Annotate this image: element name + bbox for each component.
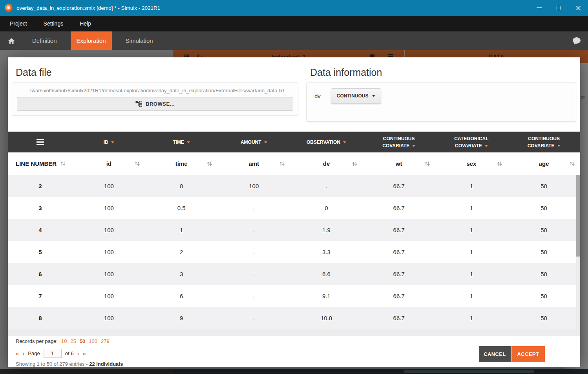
sort-header-amt[interactable]: amt [217, 152, 290, 175]
page-label: Page [28, 350, 40, 356]
table-cell: 66.7 [363, 293, 435, 299]
line-number-cell: 5 [8, 249, 73, 255]
column-type-label: ID [104, 139, 108, 145]
table-cell: 50 [508, 183, 580, 189]
table-cell: 100 [73, 293, 145, 299]
column-type-amount[interactable]: AMOUNT [217, 132, 290, 152]
table-cell: 100 [73, 227, 145, 233]
browse-button[interactable]: BROWSE... [17, 97, 293, 111]
records-option-10[interactable]: 10 [61, 338, 67, 344]
menu-help[interactable]: Help [71, 16, 99, 31]
menu-settings[interactable]: Settings [35, 16, 72, 31]
table-row: 31000.5.066.7150 [8, 197, 580, 219]
table-row: 71006.9.166.7150 [8, 285, 580, 307]
last-page-button[interactable]: » [82, 350, 86, 357]
table-cell: 0 [290, 205, 363, 211]
table-cell: 6.6 [290, 271, 363, 277]
table-cell: 66.7 [363, 315, 435, 321]
cancel-button[interactable]: CANCEL [479, 346, 511, 362]
first-page-button[interactable]: « [16, 350, 19, 357]
column-type-categorical-covariate[interactable]: CATEGORICAL COVARIATE [435, 132, 508, 152]
column-type-id[interactable]: ID [73, 132, 145, 152]
column-type-continuous-covariate[interactable]: CONTINUOUS COVARIATE [363, 132, 435, 152]
sort-header-wt[interactable]: wt [363, 152, 435, 175]
data-information-card: dv CONTINUOUS [306, 82, 576, 122]
maximize-button[interactable] [549, 0, 568, 16]
table-cell: . [217, 293, 290, 299]
home-button[interactable] [0, 31, 22, 50]
sort-header-line-number[interactable]: LINE NUMBER [8, 152, 73, 175]
column-label: wt [396, 160, 402, 167]
sort-header-time[interactable]: time [145, 152, 218, 175]
column-type-observation[interactable]: OBSERVATION [290, 132, 363, 152]
table-cell: 0.5 [145, 205, 218, 211]
table-menu-button[interactable] [8, 132, 73, 152]
hamburger-icon [37, 139, 44, 145]
caret-down-icon [557, 145, 561, 147]
sort-icon [134, 161, 140, 166]
records-per-page: Records per page:102550100279 [16, 338, 110, 344]
column-type-label: CATEGORICAL COVARIATE [454, 136, 488, 148]
tab-simulation[interactable]: Simulation [120, 31, 159, 50]
line-number-cell: 8 [8, 315, 73, 321]
column-type-label: CONTINUOUS COVARIATE [528, 136, 560, 148]
column-label: time [175, 160, 188, 167]
tab-definition[interactable]: Definition [26, 31, 63, 50]
column-name-header-row: LINE NUMBER id time amt dv wt sex age [8, 152, 580, 175]
table-cell: . [217, 271, 290, 277]
table-cell: 66.7 [363, 271, 435, 277]
close-button[interactable] [568, 0, 588, 16]
column-type-continuous-covariate-2[interactable]: CONTINUOUS COVARIATE [508, 132, 580, 152]
dv-type-value: CONTINUOUS [337, 93, 369, 99]
records-option-279[interactable]: 279 [101, 338, 110, 344]
minimize-icon [537, 7, 542, 8]
line-number-cell: 2 [8, 183, 73, 189]
caret-down-icon [187, 141, 190, 143]
sort-icon [424, 161, 430, 166]
line-number-cell: 7 [8, 293, 73, 299]
records-option-50[interactable]: 50 [80, 338, 85, 344]
sort-header-age[interactable]: age [508, 152, 580, 175]
page-number-input[interactable] [44, 349, 62, 358]
scrollbar-thumb[interactable] [576, 175, 580, 257]
dv-type-dropdown[interactable]: CONTINUOUS [331, 88, 381, 103]
previous-page-button[interactable]: ‹ [22, 350, 24, 357]
next-page-button[interactable]: › [77, 350, 79, 357]
table-cell: 50 [508, 205, 580, 211]
table-cell: 50 [508, 227, 580, 233]
column-label: id [106, 160, 111, 167]
sort-header-dv[interactable]: dv [290, 152, 363, 175]
feedback-button[interactable] [565, 31, 588, 50]
table-cell: 1 [435, 293, 508, 299]
sort-header-id[interactable]: id [73, 152, 145, 175]
table-cell: 66.7 [363, 205, 435, 211]
column-label: LINE NUMBER [16, 160, 57, 167]
table-cell: 50 [508, 315, 580, 321]
menu-project[interactable]: Project [2, 16, 35, 31]
tab-exploration[interactable]: Exploration [71, 31, 112, 50]
column-type-time[interactable]: TIME [145, 132, 218, 152]
records-option-100[interactable]: 100 [89, 338, 97, 344]
table-cell: 1 [435, 227, 508, 233]
table-cell: 1.9 [290, 227, 363, 233]
sort-header-sex[interactable]: sex [435, 152, 508, 175]
horizontal-scrollbar[interactable] [8, 329, 580, 336]
app-icon [5, 4, 13, 12]
table-cell: . [217, 205, 290, 211]
sort-icon [279, 161, 285, 166]
page-total: of 6 [65, 350, 74, 356]
records-option-25[interactable]: 25 [70, 338, 76, 344]
accept-button[interactable]: ACCEPT [511, 346, 545, 362]
minimize-button[interactable] [529, 0, 549, 16]
data-information-title: Data information [310, 67, 382, 78]
table-cell: 100 [73, 271, 145, 277]
vertical-scrollbar[interactable] [576, 175, 580, 336]
chevron-down-icon [372, 95, 375, 97]
column-label: dv [323, 160, 330, 167]
table-cell: 66.7 [363, 249, 435, 255]
caret-down-icon [485, 145, 488, 147]
table-cell: 3 [145, 271, 218, 277]
caret-down-icon [412, 145, 415, 147]
table-row: 81009.10.866.7150 [8, 307, 580, 329]
table-cell: 0 [145, 183, 218, 189]
